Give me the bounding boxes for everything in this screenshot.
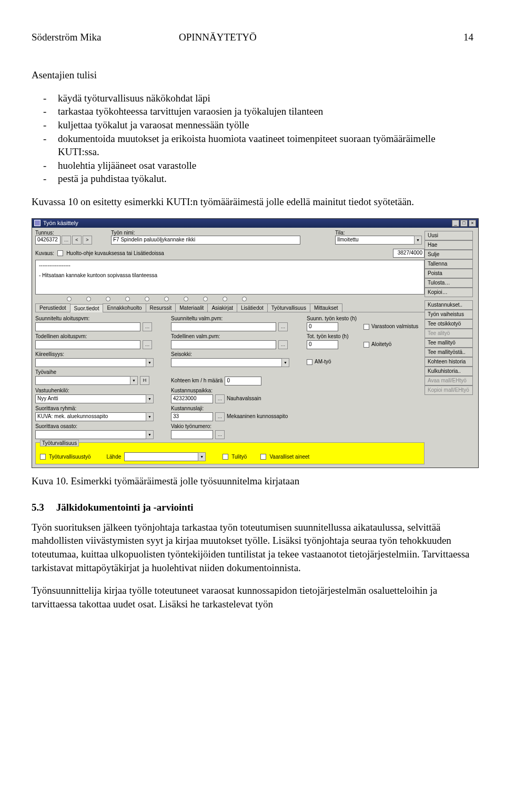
tab-lisatiedot[interactable]: Lisätiedot [237,303,268,312]
kopioi-mall-button[interactable]: Kopioi mall/EHtyö [425,385,473,395]
vastuu-dropdown[interactable]: Nyy Antti▼ [35,394,166,403]
tab-materiaalit[interactable]: Materiaalit [175,303,208,312]
radio-option[interactable] [86,297,91,301]
tunnus-prev-button[interactable]: < [72,236,82,245]
bullet-item: kuljettaa työkalut ja varaosat mennessää… [43,118,473,132]
tab-mittaukset[interactable]: Mittaukset [310,303,342,312]
vakiono-browse-button[interactable]: … [215,430,225,439]
radio-option[interactable] [106,297,110,301]
vaiheistus-button[interactable]: Työn vaiheistus [425,310,473,319]
radio-option[interactable] [223,297,227,301]
tab-resurssit[interactable]: Resurssit [146,303,176,312]
sulje-button[interactable]: Sulje [425,250,473,259]
tab-tyoturvallisuus[interactable]: Työturvallisuus [267,303,310,312]
tyoturvallisuus-panel: Työturvallisuus Työturvallisuustyö Lähde… [35,442,425,464]
tyonimi-input[interactable]: F7 Spindelin paluuöljykannake rikki [111,236,300,245]
suor-osasto-dropdown[interactable]: ▼ [35,430,166,439]
var-valm-checkbox[interactable] [363,324,369,330]
date-picker-button[interactable]: … [278,340,288,349]
kulkuhistoria-button[interactable]: Kulkuhistoria.. [425,367,473,376]
tunnus-next-button[interactable]: > [83,236,92,245]
kohteen-historia-button[interactable]: Kohteen historia [425,357,473,367]
suor-ryhma-dropdown[interactable]: KUVA: mek. aluekunnossapito▼ [35,412,166,421]
kustannukset-button[interactable]: Kustannukset.. [425,300,473,310]
tunnus-browse-button[interactable]: … [62,236,71,245]
hae-button[interactable]: Hae [425,240,473,250]
suun-valm-label: Suunniteltu valm.pvm: [171,316,301,321]
bullet-item: käydä työturvallisuus näkökohdat läpi [43,92,473,105]
chevron-down-icon: ▼ [146,412,154,421]
vaar-checkbox[interactable] [260,454,266,460]
tab-asiakirjat[interactable]: Asiakirjat [207,303,237,312]
aloitetyo-label: Aloitetyö [371,341,391,347]
tila-dropdown[interactable]: Ilmoitettu ▼ [335,236,425,245]
tila-label: Tila: [335,230,425,236]
kuvaus-textarea[interactable]: ------------------ - Hitsataan kannake k… [35,260,425,295]
app-window: Työn käsittely _ □ × Tunnus: 0426372 … < [32,218,479,468]
mallityosta-button[interactable]: Tee mallityöstä.. [425,348,473,357]
tallenna-button[interactable]: Tallenna [425,259,473,269]
chevron-down-icon: ▼ [146,358,154,367]
tab-perustiedot[interactable]: Perustiedot [35,303,70,312]
bullet-item: tarkastaa työkohteessa tarvittujen varao… [43,105,473,118]
date-picker-button[interactable]: … [278,322,288,331]
radio-option[interactable] [145,297,149,301]
aloitetyo-checkbox[interactable] [363,342,369,348]
kustlaji-input[interactable]: 33 [171,412,213,421]
suun-kesto-input[interactable]: 0 [307,322,338,331]
vakiono-input[interactable] [171,430,213,439]
kuvaus-counter: 3827/4000 [393,249,425,258]
radio-option[interactable] [203,297,208,301]
minimize-button[interactable]: _ [452,220,459,227]
ttv-cb-label: Työturvallisuustyö [49,454,90,460]
amtyo-label: AM-työ [315,359,331,364]
radio-option[interactable] [125,297,130,301]
ttv-lahde-label: Lähde [106,454,121,460]
tot-kesto-input[interactable]: 0 [307,340,338,349]
maximize-button[interactable]: □ [460,220,468,227]
radio-option[interactable] [184,297,188,301]
amtyo-checkbox[interactable] [307,359,312,365]
kiire-dropdown[interactable]: ▼ [35,358,166,367]
ttv-checkbox[interactable] [40,454,46,460]
km-input[interactable]: 0 [225,377,261,385]
seisokki-dropdown[interactable]: ▼ [171,358,301,367]
intro-text: Asentajien tulisi [32,68,473,82]
close-button[interactable]: × [469,220,476,227]
tod-alo-input[interactable] [35,340,140,349]
date-picker-button[interactable]: … [143,322,152,331]
tab-suortiedot[interactable]: Suor.tiedot [70,304,104,312]
ttv-title: Työturvallisuus [40,440,79,446]
tyovaihe-dropdown[interactable]: ▼ [35,376,138,385]
tod-valm-input[interactable] [171,340,276,349]
kuvaus-checkbox[interactable] [57,250,63,256]
tulityo-checkbox[interactable] [223,454,228,460]
tod-alo-label: Todellinen aloituspvm: [35,333,166,339]
tyovaihe-h-button[interactable]: H [140,376,149,385]
kustpaikka-text: Nauhavalssain [227,395,261,401]
radio-option[interactable] [164,297,169,301]
radio-option[interactable] [67,297,72,301]
kustlaji-browse-button[interactable]: … [215,412,225,421]
kustpaikka-input[interactable]: 42323000 [171,394,213,403]
suun-alo-label: Suunniteltu aloituspvm: [35,316,166,321]
tunnus-input[interactable]: 0426372 [35,236,60,245]
header-author: Söderström Mika [32,32,179,43]
tunnus-label: Tunnus: [35,230,92,236]
suun-alo-input[interactable] [35,322,140,331]
date-picker-button[interactable]: … [143,340,152,349]
tulityo-label: Tulityö [231,454,247,460]
poista-button[interactable]: Poista [425,269,473,278]
otsikkotyo-button[interactable]: Tee otsikkotyö [425,319,473,329]
kopioi-button[interactable]: Kopioi… [425,288,473,297]
ttv-lahde-dropdown[interactable]: ▼ [124,452,206,461]
tulosta-button[interactable]: Tulosta… [425,278,473,288]
radio-option[interactable] [242,297,247,301]
avaa-mall-button[interactable]: Avaa mall/EHtyö [425,376,473,385]
tab-ennakkohuolto[interactable]: Ennakkohuolto [103,303,146,312]
alityo-button[interactable]: Tee alityö [425,329,473,338]
uusi-button[interactable]: Uusi [425,231,473,240]
suun-valm-input[interactable] [171,322,276,331]
mallityo-button[interactable]: Tee mallityö [425,338,473,348]
kustpaikka-browse-button[interactable]: … [215,394,225,403]
